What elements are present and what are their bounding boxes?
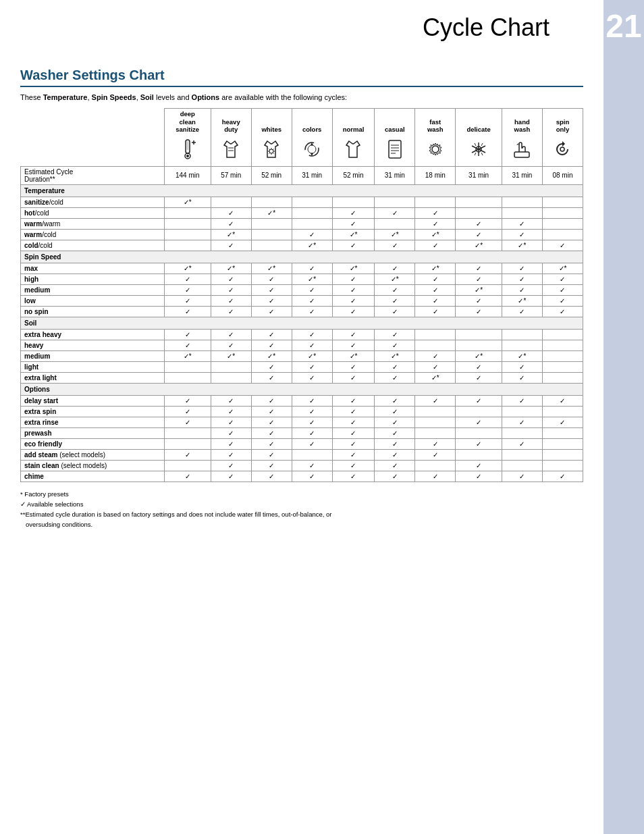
cell: ✓ <box>542 273 583 284</box>
section-header-options: Options <box>21 383 583 395</box>
cell: ✓ <box>251 395 292 406</box>
cell: ✓ <box>164 340 211 350</box>
section-header-spin-speed: Spin Speed <box>21 251 583 263</box>
dur-heavy-duty: 57 min <box>211 166 251 184</box>
cell <box>456 406 502 417</box>
cell <box>542 340 583 350</box>
section-title: Washer Settings Chart <box>20 68 583 87</box>
intro-text: These Temperature, Spin Speeds, Soil lev… <box>20 93 583 103</box>
cell: ✓ <box>292 306 332 317</box>
cell <box>456 449 502 460</box>
cell: ✓ <box>502 306 542 317</box>
cell: ✓ <box>292 438 332 449</box>
cell: ✓ <box>332 438 375 449</box>
cell <box>164 427 211 438</box>
cell: ✓ <box>375 417 415 427</box>
cell <box>542 372 583 383</box>
table-body: Estimated CycleDuration** 144 min 57 min… <box>21 166 583 481</box>
cell <box>542 427 583 438</box>
cell: ✓* <box>375 229 415 240</box>
row-label: cold/cold <box>21 240 165 251</box>
cell: ✓ <box>456 229 502 240</box>
cell: ✓ <box>211 218 251 229</box>
cell: ✓* <box>375 273 415 284</box>
cell: ✓ <box>251 340 292 350</box>
icon-deep-clean <box>164 136 211 167</box>
dur-fast-wash: 18 min <box>415 166 456 184</box>
cell <box>456 207 502 218</box>
cell: ✓ <box>415 284 456 295</box>
cell: ✓ <box>292 372 332 383</box>
cell: ✓ <box>332 427 375 438</box>
casual-icon <box>385 138 404 160</box>
row-label: medium <box>21 284 165 295</box>
cell <box>542 197 583 207</box>
cell: ✓ <box>415 361 456 372</box>
cell: ✓ <box>456 218 502 229</box>
col-spin-only: spinonly <box>542 109 583 136</box>
cell <box>542 207 583 218</box>
cell <box>502 340 542 350</box>
cell: ✓ <box>456 306 502 317</box>
cell: ✓ <box>415 207 456 218</box>
estimated-duration-row: Estimated CycleDuration** 144 min 57 min… <box>21 166 583 184</box>
footnote-3: **Estimated cycle duration is based on f… <box>20 509 583 519</box>
table-row: warm/cold✓*✓✓*✓*✓*✓✓ <box>21 229 583 240</box>
cell: ✓ <box>211 406 251 417</box>
cell: ✓ <box>415 449 456 460</box>
cell <box>456 340 502 350</box>
cell: ✓ <box>502 263 542 273</box>
cell: ✓ <box>292 329 332 340</box>
table-row: extra rinse✓✓✓✓✓✓✓✓✓ <box>21 417 583 427</box>
row-label: add steam (select models) <box>21 449 165 460</box>
cell: ✓ <box>375 295 415 306</box>
cell: ✓ <box>332 406 375 417</box>
cell: ✓ <box>415 218 456 229</box>
cell: ✓ <box>251 427 292 438</box>
cell: ✓* <box>542 263 583 273</box>
cell: ✓ <box>211 306 251 317</box>
cell: ✓* <box>332 263 375 273</box>
cell <box>542 438 583 449</box>
icon-spin-only <box>542 136 583 167</box>
cell: ✓ <box>375 406 415 417</box>
cell: ✓ <box>332 329 375 340</box>
cell: ✓ <box>292 229 332 240</box>
cell: ✓ <box>292 471 332 481</box>
footnote-2: ✓ Available selections <box>20 499 583 509</box>
page-wrapper: Cycle Chart Washer Settings Chart These … <box>0 0 644 834</box>
table-row: chime✓✓✓✓✓✓✓✓✓✓ <box>21 471 583 481</box>
cell: ✓ <box>164 306 211 317</box>
cell: ✓ <box>251 438 292 449</box>
cell: ✓ <box>375 240 415 251</box>
cell: ✓* <box>211 229 251 240</box>
cell: ✓ <box>502 372 542 383</box>
table-row: delay start✓✓✓✓✓✓✓✓✓✓ <box>21 395 583 406</box>
table-row: warm/warm✓✓✓✓✓ <box>21 218 583 229</box>
cell: ✓ <box>251 306 292 317</box>
icon-hand-wash <box>502 136 542 167</box>
cell <box>542 460 583 471</box>
cell: ✓ <box>211 417 251 427</box>
cell: ✓ <box>502 218 542 229</box>
col-heavy-duty: heavyduty <box>211 109 251 136</box>
cell <box>502 460 542 471</box>
cell: ✓* <box>332 350 375 361</box>
cell: ✓ <box>164 471 211 481</box>
cell: ✓ <box>502 471 542 481</box>
row-label: sanitize/cold <box>21 197 165 207</box>
cell: ✓ <box>211 460 251 471</box>
row-label: chime <box>21 471 165 481</box>
cell: ✓ <box>375 207 415 218</box>
cell: ✓ <box>211 240 251 251</box>
cell: ✓* <box>456 284 502 295</box>
cell: ✓ <box>211 329 251 340</box>
svg-point-3 <box>186 155 189 157</box>
cell <box>251 218 292 229</box>
table-row: medium✓*✓*✓*✓*✓*✓*✓✓*✓* <box>21 350 583 361</box>
row-label: light <box>21 361 165 372</box>
cell <box>415 417 456 427</box>
cell: ✓* <box>251 263 292 273</box>
cell: ✓ <box>456 372 502 383</box>
cell: ✓ <box>542 395 583 406</box>
